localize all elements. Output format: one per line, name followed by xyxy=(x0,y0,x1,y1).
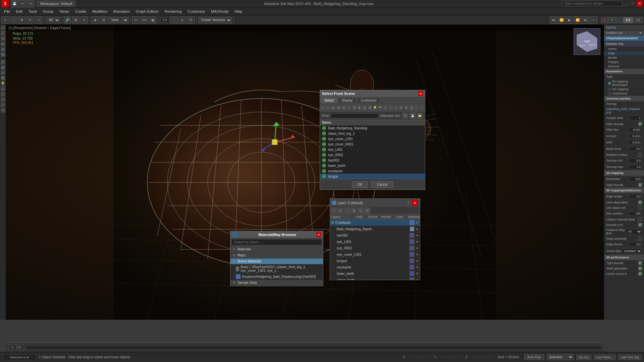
welcome-button[interactable]: Welcome to M xyxy=(3,354,36,360)
modify-panel-icon[interactable]: ≡ xyxy=(1,31,5,36)
xy-axis-button[interactable]: XY xyxy=(623,17,633,23)
geometry-icon[interactable]: ⬡ xyxy=(1,92,5,97)
list-item[interactable]: Bald_Hedgehog_Standing xyxy=(320,125,425,131)
set-key-button[interactable]: Set Key xyxy=(576,355,592,360)
menu-file[interactable]: File xyxy=(1,9,13,14)
water-level-value[interactable]: 0.0 xyxy=(629,146,642,151)
spacewarp-icon[interactable]: ≈ xyxy=(1,103,5,107)
max-subdivs-value[interactable]: 256 xyxy=(629,211,642,216)
hidden-filter-icon[interactable]: ◎ xyxy=(409,105,414,111)
quick-access-redo[interactable]: ↪ xyxy=(27,0,34,7)
scale-tool[interactable]: ⤢ xyxy=(35,16,42,24)
texture-chan-value[interactable]: 1 xyxy=(629,116,642,120)
camera-icon[interactable]: 📷 xyxy=(1,76,5,80)
sample-slots-section[interactable]: + Sample Slots xyxy=(230,280,323,286)
array-tool[interactable]: ▦ xyxy=(149,16,156,24)
list-item[interactable]: claws_hind_leg_1 xyxy=(320,131,425,136)
cam-filter-icon[interactable]: 📷 xyxy=(378,105,383,111)
dialog-tab-display[interactable]: Display xyxy=(338,98,357,103)
select-by-icon[interactable]: ⊕ xyxy=(336,105,341,111)
snap-2d-icon[interactable]: ⊕ xyxy=(1,60,5,64)
edge-thresh-value[interactable]: 0.0 xyxy=(629,242,642,247)
light-filter-icon[interactable]: 💡 xyxy=(373,105,377,111)
expand-icon[interactable]: ⊞ xyxy=(362,105,367,111)
list-item[interactable]: lower_teeth xyxy=(320,163,425,168)
navigation-cube[interactable]: TOP FRONT LEFT xyxy=(574,28,600,55)
play[interactable]: ▶ xyxy=(566,16,573,24)
bone-filter-icon[interactable]: ☰ xyxy=(399,105,404,111)
sub-object-polygon[interactable]: Polygon xyxy=(604,60,644,64)
select-tool[interactable]: ↖ xyxy=(1,16,9,24)
cancel-button[interactable]: Cancel xyxy=(371,181,393,188)
add-selected-button[interactable]: → xyxy=(344,207,350,214)
layer-color-swatch[interactable] xyxy=(410,258,414,263)
menu-edit[interactable]: Edit xyxy=(13,9,25,14)
layer-color-swatch[interactable] xyxy=(410,271,414,276)
view-dependent-checkbox[interactable]: ✓ xyxy=(638,200,642,204)
dialog-close-button[interactable]: ✕ xyxy=(418,91,423,96)
key-filter-dropdown[interactable]: Selected xyxy=(547,354,574,360)
menu-views[interactable]: Views xyxy=(57,9,72,14)
layer-row-lower-teeth[interactable]: lower_teeth ···· ···· ···· ☀ xyxy=(330,270,420,277)
relative-bbox-checkbox[interactable] xyxy=(638,153,642,157)
layer-close-button[interactable]: ✕ xyxy=(412,200,418,206)
smooth-uv-checkbox[interactable]: ✓ xyxy=(638,223,642,227)
static-geometry-checkbox[interactable]: ✓ xyxy=(638,266,642,270)
type-3d-radio[interactable]: 3D mapping xyxy=(604,87,644,92)
dialog-object-list[interactable]: Bald_Hedgehog_Standing claws_hind_leg_1 … xyxy=(320,125,425,179)
helpers-icon[interactable]: ⊹ xyxy=(1,97,5,102)
collapse-icon[interactable]: ⊟ xyxy=(368,105,372,111)
timeline-frame-display[interactable]: 0 / 100 xyxy=(9,345,24,350)
texmap-min-value[interactable]: 0.0 xyxy=(629,158,642,163)
common-params-header[interactable]: Common params xyxy=(604,96,644,102)
minimize-button[interactable]: _ xyxy=(623,1,629,7)
mapping-2d-header[interactable]: 2D mapping xyxy=(604,170,644,176)
menu-customize[interactable]: Customize xyxy=(185,9,208,14)
materials-section[interactable]: + Materials xyxy=(230,246,323,252)
save-selection-btn[interactable]: 💾 xyxy=(410,113,416,119)
filter-texmap-checkbox[interactable]: ✓ xyxy=(638,122,642,126)
layer-row-bald[interactable]: Bald_Hedgehog_Stand... ···· ···· ···· ☀ xyxy=(330,226,420,232)
view-dropdown[interactable]: View xyxy=(108,17,128,23)
hierarchy-panel-icon[interactable]: ⊞ xyxy=(1,36,5,41)
align-tool[interactable]: ⟺ xyxy=(141,16,148,24)
list-item[interactable]: eye_cover_R001 xyxy=(320,141,425,147)
y-coord-value[interactable] xyxy=(441,357,461,358)
layer-row-default[interactable]: 0 (default) ···· ···· ···· ☀ xyxy=(330,220,420,226)
material-search-input[interactable] xyxy=(231,239,322,245)
select-region[interactable]: ⬚ xyxy=(10,16,17,24)
dp-performance-header[interactable]: 3D performance xyxy=(604,255,644,260)
sub-object-vertex[interactable]: Vertex xyxy=(604,47,644,51)
select-none-icon[interactable]: □ xyxy=(326,105,331,111)
snap-toggle[interactable]: ⋮ xyxy=(170,16,178,24)
magnet-icon[interactable]: ⚓ xyxy=(1,65,5,70)
type-subdiv-radio[interactable]: Subdivision xyxy=(604,92,644,96)
amount-value[interactable]: 0.2cm xyxy=(629,134,642,138)
shapes-icon[interactable]: △ xyxy=(1,86,5,91)
z-coord-value[interactable] xyxy=(472,357,492,358)
list-item[interactable]: mustache xyxy=(320,168,425,174)
layer-color-swatch[interactable] xyxy=(410,233,414,238)
layer-row-eye-l[interactable]: eye_L001 ···· ···· ···· ☀ xyxy=(330,239,420,245)
select-all-icon[interactable]: ⬚ xyxy=(321,105,325,111)
load-selection-btn[interactable]: 📂 xyxy=(417,113,423,119)
find-input[interactable] xyxy=(331,113,379,118)
close-button[interactable]: ✕ xyxy=(637,1,643,7)
resolution-value[interactable]: 512 xyxy=(629,177,642,181)
menu-rendering[interactable]: Rendering xyxy=(162,9,184,14)
x-coord-value[interactable] xyxy=(410,357,430,358)
unlink-tool[interactable]: ⛓ xyxy=(72,16,79,24)
selection-set-btn[interactable]: ▼ xyxy=(402,113,408,119)
layer-color-swatch[interactable] xyxy=(410,265,414,269)
tight-bounds-checkbox[interactable]: ✓ xyxy=(638,183,642,187)
layer-list[interactable]: 0 (default) ···· ···· ···· ☀ Bald_Hedgeh… xyxy=(330,220,420,280)
next-frame[interactable]: ⏩ xyxy=(574,16,581,24)
highlight-button[interactable]: ⬡ xyxy=(358,207,364,214)
create-panel-icon[interactable]: + xyxy=(1,25,5,30)
menu-modifiers[interactable]: Modifiers xyxy=(90,9,110,14)
invert-sel-icon[interactable]: ◈ xyxy=(331,105,336,111)
preserve-map-dropdown[interactable]: All xyxy=(626,229,642,234)
viewport-header[interactable]: [+] [Perspective] [Shaded + Edged Faces] xyxy=(6,25,604,31)
select-filter[interactable]: ◈ xyxy=(92,16,99,24)
select-objects-button[interactable]: ◈ xyxy=(351,207,357,214)
